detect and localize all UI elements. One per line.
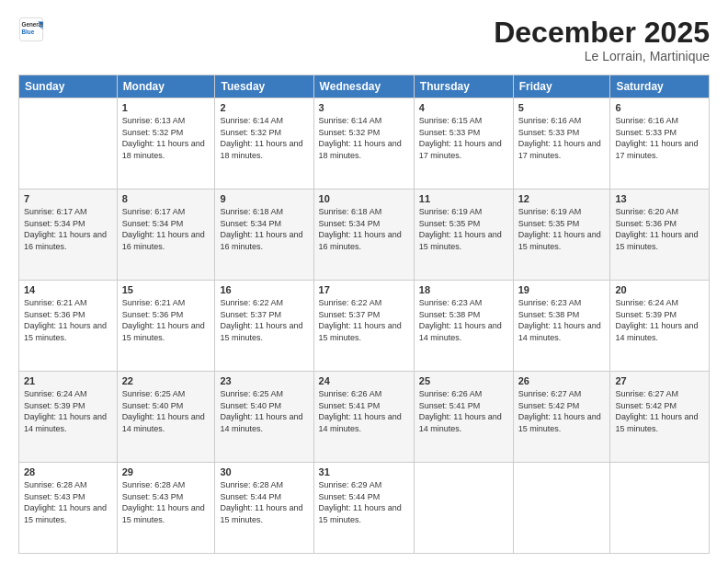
table-cell: 23 Sunrise: 6:25 AMSunset: 5:40 PMDaylig… xyxy=(215,372,313,463)
table-cell: 12 Sunrise: 6:19 AMSunset: 5:35 PMDaylig… xyxy=(513,190,610,281)
table-cell: 27 Sunrise: 6:27 AMSunset: 5:42 PMDaylig… xyxy=(610,372,710,463)
day-number: 17 xyxy=(319,284,409,295)
day-info: Sunrise: 6:20 AMSunset: 5:36 PMDaylight:… xyxy=(615,207,698,251)
day-number: 27 xyxy=(615,375,704,386)
day-number: 14 xyxy=(24,284,112,295)
location: Le Lorrain, Martinique xyxy=(494,49,710,63)
day-info: Sunrise: 6:24 AMSunset: 5:39 PMDaylight:… xyxy=(615,298,698,342)
day-number: 25 xyxy=(419,375,508,386)
table-cell: 15 Sunrise: 6:21 AMSunset: 5:36 PMDaylig… xyxy=(117,281,215,372)
day-info: Sunrise: 6:21 AMSunset: 5:36 PMDaylight:… xyxy=(24,298,107,342)
day-number: 28 xyxy=(24,466,112,477)
header-row: Sunday Monday Tuesday Wednesday Thursday… xyxy=(19,75,710,98)
calendar-table: Sunday Monday Tuesday Wednesday Thursday… xyxy=(18,75,710,554)
table-cell: 6 Sunrise: 6:16 AMSunset: 5:33 PMDayligh… xyxy=(610,98,710,190)
day-number: 2 xyxy=(220,102,308,113)
day-number: 24 xyxy=(319,375,409,386)
day-number: 1 xyxy=(122,102,210,113)
day-number: 31 xyxy=(319,466,409,477)
day-number: 4 xyxy=(419,102,508,113)
table-cell xyxy=(414,463,513,554)
day-info: Sunrise: 6:18 AMSunset: 5:34 PMDaylight:… xyxy=(319,207,402,251)
day-number: 19 xyxy=(518,284,606,295)
table-cell: 14 Sunrise: 6:21 AMSunset: 5:36 PMDaylig… xyxy=(19,281,118,372)
day-info: Sunrise: 6:22 AMSunset: 5:37 PMDaylight:… xyxy=(319,298,402,342)
week-row-2: 7 Sunrise: 6:17 AMSunset: 5:34 PMDayligh… xyxy=(19,190,710,281)
day-info: Sunrise: 6:25 AMSunset: 5:40 PMDaylight:… xyxy=(122,389,205,433)
page: General Blue December 2025 Le Lorrain, M… xyxy=(0,0,728,563)
table-cell: 3 Sunrise: 6:14 AMSunset: 5:32 PMDayligh… xyxy=(313,98,414,190)
table-cell: 17 Sunrise: 6:22 AMSunset: 5:37 PMDaylig… xyxy=(313,281,414,372)
day-info: Sunrise: 6:28 AMSunset: 5:43 PMDaylight:… xyxy=(122,480,205,524)
day-info: Sunrise: 6:19 AMSunset: 5:35 PMDaylight:… xyxy=(518,207,601,251)
day-info: Sunrise: 6:14 AMSunset: 5:32 PMDaylight:… xyxy=(220,116,302,160)
day-info: Sunrise: 6:26 AMSunset: 5:41 PMDaylight:… xyxy=(419,389,502,433)
day-number: 12 xyxy=(518,193,606,204)
day-info: Sunrise: 6:13 AMSunset: 5:32 PMDaylight:… xyxy=(122,116,205,160)
table-cell: 9 Sunrise: 6:18 AMSunset: 5:34 PMDayligh… xyxy=(215,190,313,281)
table-cell: 11 Sunrise: 6:19 AMSunset: 5:35 PMDaylig… xyxy=(414,190,513,281)
day-number: 11 xyxy=(419,193,508,204)
month-title: December 2025 xyxy=(494,17,710,49)
week-row-4: 21 Sunrise: 6:24 AMSunset: 5:39 PMDaylig… xyxy=(19,372,710,463)
table-cell: 1 Sunrise: 6:13 AMSunset: 5:32 PMDayligh… xyxy=(117,98,215,190)
table-cell: 4 Sunrise: 6:15 AMSunset: 5:33 PMDayligh… xyxy=(414,98,513,190)
day-number: 26 xyxy=(518,375,606,386)
logo-icon: General Blue xyxy=(18,17,44,42)
col-thursday: Thursday xyxy=(414,75,513,98)
day-info: Sunrise: 6:17 AMSunset: 5:34 PMDaylight:… xyxy=(24,207,107,251)
day-info: Sunrise: 6:21 AMSunset: 5:36 PMDaylight:… xyxy=(122,298,205,342)
svg-text:Blue: Blue xyxy=(22,29,35,35)
day-number: 18 xyxy=(419,284,508,295)
day-number: 6 xyxy=(615,102,704,113)
col-friday: Friday xyxy=(513,75,610,98)
day-number: 10 xyxy=(319,193,409,204)
col-tuesday: Tuesday xyxy=(215,75,313,98)
day-number: 20 xyxy=(615,284,704,295)
week-row-3: 14 Sunrise: 6:21 AMSunset: 5:36 PMDaylig… xyxy=(19,281,710,372)
table-cell: 30 Sunrise: 6:28 AMSunset: 5:44 PMDaylig… xyxy=(215,463,313,554)
table-cell: 25 Sunrise: 6:26 AMSunset: 5:41 PMDaylig… xyxy=(414,372,513,463)
table-cell: 20 Sunrise: 6:24 AMSunset: 5:39 PMDaylig… xyxy=(610,281,710,372)
col-wednesday: Wednesday xyxy=(313,75,414,98)
table-cell: 16 Sunrise: 6:22 AMSunset: 5:37 PMDaylig… xyxy=(215,281,313,372)
day-info: Sunrise: 6:29 AMSunset: 5:44 PMDaylight:… xyxy=(319,480,402,524)
day-info: Sunrise: 6:22 AMSunset: 5:37 PMDaylight:… xyxy=(220,298,302,342)
table-cell: 5 Sunrise: 6:16 AMSunset: 5:33 PMDayligh… xyxy=(513,98,610,190)
day-info: Sunrise: 6:14 AMSunset: 5:32 PMDaylight:… xyxy=(319,116,402,160)
table-cell xyxy=(513,463,610,554)
day-number: 3 xyxy=(319,102,409,113)
day-info: Sunrise: 6:16 AMSunset: 5:33 PMDaylight:… xyxy=(615,116,698,160)
day-number: 7 xyxy=(24,193,112,204)
table-cell: 13 Sunrise: 6:20 AMSunset: 5:36 PMDaylig… xyxy=(610,190,710,281)
table-cell: 22 Sunrise: 6:25 AMSunset: 5:40 PMDaylig… xyxy=(117,372,215,463)
week-row-1: 1 Sunrise: 6:13 AMSunset: 5:32 PMDayligh… xyxy=(19,98,710,190)
table-cell xyxy=(610,463,710,554)
table-cell: 21 Sunrise: 6:24 AMSunset: 5:39 PMDaylig… xyxy=(19,372,118,463)
table-cell: 28 Sunrise: 6:28 AMSunset: 5:43 PMDaylig… xyxy=(19,463,118,554)
day-number: 16 xyxy=(220,284,308,295)
day-info: Sunrise: 6:19 AMSunset: 5:35 PMDaylight:… xyxy=(419,207,502,251)
table-cell: 26 Sunrise: 6:27 AMSunset: 5:42 PMDaylig… xyxy=(513,372,610,463)
table-cell: 10 Sunrise: 6:18 AMSunset: 5:34 PMDaylig… xyxy=(313,190,414,281)
day-info: Sunrise: 6:27 AMSunset: 5:42 PMDaylight:… xyxy=(518,389,601,433)
logo: General Blue xyxy=(18,17,44,42)
table-cell: 19 Sunrise: 6:23 AMSunset: 5:38 PMDaylig… xyxy=(513,281,610,372)
day-number: 23 xyxy=(220,375,308,386)
day-number: 21 xyxy=(24,375,112,386)
col-saturday: Saturday xyxy=(610,75,710,98)
title-block: December 2025 Le Lorrain, Martinique xyxy=(494,17,710,63)
table-cell: 2 Sunrise: 6:14 AMSunset: 5:32 PMDayligh… xyxy=(215,98,313,190)
day-info: Sunrise: 6:27 AMSunset: 5:42 PMDaylight:… xyxy=(615,389,698,433)
day-info: Sunrise: 6:25 AMSunset: 5:40 PMDaylight:… xyxy=(220,389,302,433)
table-cell: 18 Sunrise: 6:23 AMSunset: 5:38 PMDaylig… xyxy=(414,281,513,372)
day-number: 22 xyxy=(122,375,210,386)
day-number: 30 xyxy=(220,466,308,477)
day-number: 9 xyxy=(220,193,308,204)
col-monday: Monday xyxy=(117,75,215,98)
table-cell xyxy=(19,98,118,190)
day-number: 13 xyxy=(615,193,704,204)
table-cell: 8 Sunrise: 6:17 AMSunset: 5:34 PMDayligh… xyxy=(117,190,215,281)
day-info: Sunrise: 6:15 AMSunset: 5:33 PMDaylight:… xyxy=(419,116,502,160)
day-number: 5 xyxy=(518,102,606,113)
